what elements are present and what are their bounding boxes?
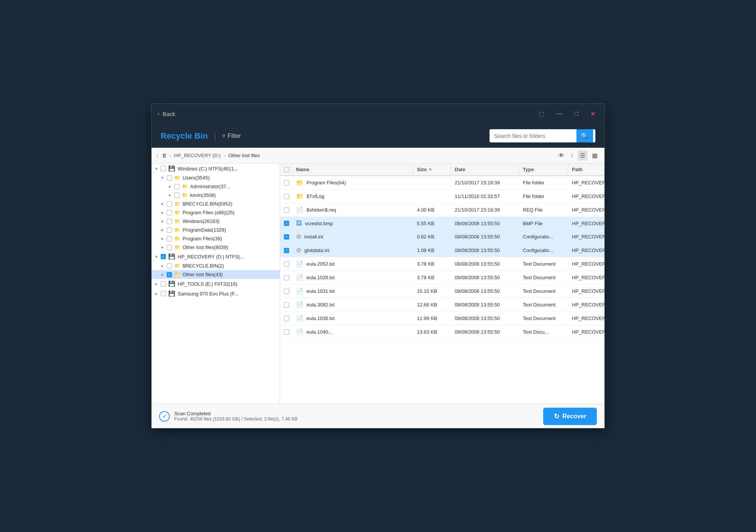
table-row[interactable]: 📄 eula.1036.txt 11.99 KB 08/08/2008 13:5…: [280, 312, 604, 325]
sidebar-item-pf[interactable]: ► 📁 Program Files(39): [152, 234, 280, 243]
row-check[interactable]: [284, 207, 289, 213]
table-row[interactable]: 📁 $TxfLog 11/11/2016 01:32:57 File folde…: [280, 190, 604, 203]
table-row[interactable]: 📁 Program Files(64) 21/10/2017 23:19:39 …: [280, 176, 604, 190]
tree-check[interactable]: ✓: [161, 254, 166, 259]
row-check[interactable]: ✓: [284, 248, 289, 253]
sidebar-item-other-lost-d[interactable]: ► ✓ 📁 Other lost files(43): [152, 270, 280, 279]
back-label[interactable]: Back: [163, 111, 175, 117]
row-check[interactable]: ✓: [284, 234, 289, 240]
table-row[interactable]: 📄 eula.1028.txt 3.78 KB 08/08/2008 13:55…: [280, 271, 604, 285]
sidebar-item-samsung[interactable]: ► 💾 Samsung 970 Evo Plus (F...: [152, 289, 280, 298]
col-type[interactable]: Type: [519, 164, 568, 175]
view-list-button[interactable]: ☰: [578, 150, 587, 161]
tree-check[interactable]: [167, 210, 172, 215]
row-check[interactable]: [284, 194, 289, 199]
row-check-cell[interactable]: [280, 325, 292, 339]
row-check[interactable]: [284, 275, 289, 280]
sidebar-item-recycle-d[interactable]: ► 📁 $RECYCLE.BIN(2): [152, 261, 280, 270]
breadcrumb-drive[interactable]: HP_RECOVERY (D:): [174, 153, 221, 158]
sidebar-item-recycle-c[interactable]: ► 📁 $RECYCLE.BIN(6952): [152, 200, 280, 208]
expand-icon: ▼: [155, 167, 159, 171]
table-row[interactable]: ✓ ⚙ install.ini 0.82 KB 08/08/2008 13:55…: [280, 230, 604, 244]
row-check[interactable]: [284, 261, 289, 267]
row-check-cell[interactable]: [280, 257, 292, 271]
table-row[interactable]: ✓ 🖼 vcredist.bmp 5.55 KB 08/08/2008 13:5…: [280, 217, 604, 230]
sidebar-item-windows-c[interactable]: ▼ 💾 Windows (C:) NTFS(4611...: [152, 164, 280, 173]
restore-icon[interactable]: ⬚: [536, 109, 547, 119]
view-detail-button[interactable]: ▦: [590, 150, 600, 161]
search-button[interactable]: 🔍: [576, 129, 593, 142]
status-left: ✓ Scan Completed Found: 46258 files (103…: [159, 411, 297, 422]
tree-check[interactable]: [174, 184, 180, 189]
sidebar-item-kevin[interactable]: ► 📁 kevin(3508): [152, 191, 280, 200]
minimize-icon[interactable]: ―: [553, 109, 565, 119]
recover-button[interactable]: ↻ Recover: [543, 408, 597, 425]
row-check-cell[interactable]: [280, 190, 292, 203]
filter-button[interactable]: ▿ Filter: [222, 132, 241, 139]
maximize-icon[interactable]: □: [572, 109, 581, 119]
row-check[interactable]: ✓: [284, 221, 289, 226]
row-check-cell[interactable]: [280, 285, 292, 298]
back-arrow-icon[interactable]: ‹: [158, 110, 160, 117]
col-path[interactable]: Path: [568, 164, 604, 175]
breadcrumb-up-icon[interactable]: ↑: [156, 153, 159, 158]
col-date[interactable]: Date: [451, 164, 519, 175]
row-check-cell[interactable]: ✓: [280, 217, 292, 230]
row-check[interactable]: [284, 316, 289, 321]
table-row[interactable]: 📄 eula.1040... 13.63 KB 08/08/2008 13:55…: [280, 325, 604, 339]
col-path-label: Path: [572, 167, 582, 172]
table-row[interactable]: 📄 $shtdwn$.req 4.00 KB 21/10/2017 23:19:…: [280, 203, 604, 217]
sidebar-item-other-lost-c[interactable]: ► 📁 Other lost files(8039): [152, 243, 280, 252]
row-check[interactable]: [284, 302, 289, 308]
header-check[interactable]: [284, 167, 289, 172]
tree-check[interactable]: [167, 227, 172, 233]
table-row[interactable]: 📄 eula.1031.txt 15.10 KB 08/08/2008 13:5…: [280, 285, 604, 298]
tree-check[interactable]: ✓: [167, 272, 172, 277]
breadcrumb-trash-icon[interactable]: 🗑: [162, 153, 167, 158]
view-grid-button[interactable]: ⁝: [569, 150, 575, 161]
file-name: $TxfLog: [307, 193, 324, 199]
table-row[interactable]: ✓ ⚙ globdata.ini 1.08 KB 08/08/2008 13:5…: [280, 244, 604, 257]
sidebar-item-administrator[interactable]: ► 📁 Administrator(37...: [152, 182, 280, 191]
table-row[interactable]: 📄 eula.3082.txt 12.66 KB 08/08/2008 13:5…: [280, 298, 604, 312]
tree-check[interactable]: [167, 201, 172, 207]
sidebar-item-windows-folder[interactable]: ► 📁 Windows(26183): [152, 217, 280, 226]
folder-type-icon: 📁: [296, 193, 304, 200]
tree-check[interactable]: [161, 281, 166, 286]
row-check-cell[interactable]: [280, 176, 292, 189]
row-check[interactable]: [284, 180, 289, 186]
tree-check[interactable]: [167, 219, 172, 224]
view-preview-button[interactable]: 👁: [556, 151, 567, 161]
tree-check[interactable]: [167, 245, 172, 250]
row-check[interactable]: [284, 329, 289, 335]
tree-check[interactable]: [167, 175, 172, 181]
row-type-cell: Text Document: [519, 271, 568, 284]
row-check[interactable]: [284, 289, 289, 294]
row-path-cell: HP_RECOVERY (D:)\...: [568, 312, 604, 325]
search-input[interactable]: [490, 130, 576, 142]
tree-check[interactable]: [167, 263, 172, 269]
tree-check[interactable]: [161, 166, 166, 171]
sidebar-item-hp-recovery[interactable]: ▼ ✓ 💾 HP_RECOVERY (D:) NTFS(...: [152, 252, 280, 261]
sidebar-item-pf-x86[interactable]: ► 📁 Program Files (x86)(25): [152, 208, 280, 217]
row-check-cell[interactable]: [280, 312, 292, 325]
row-check-cell[interactable]: ✓: [280, 244, 292, 257]
col-size[interactable]: Size ▼: [413, 164, 451, 175]
table-row[interactable]: 📄 eula.2052.txt 3.78 KB 08/08/2008 13:55…: [280, 257, 604, 271]
row-check-cell[interactable]: [280, 203, 292, 217]
sidebar-item-programdata[interactable]: ► 📁 ProgramData(1329): [152, 226, 280, 234]
close-icon[interactable]: ✕: [587, 109, 598, 119]
sidebar-item-hp-tools[interactable]: ► 💾 HP_TOOLS (E:) FAT32(18): [152, 279, 280, 289]
col-name[interactable]: Name: [292, 164, 413, 175]
row-check-cell[interactable]: [280, 271, 292, 284]
sidebar-item-users[interactable]: ▼ 📁 Users(3545): [152, 173, 280, 182]
row-check-cell[interactable]: [280, 298, 292, 311]
col-check[interactable]: [280, 164, 292, 175]
row-check-cell[interactable]: ✓: [280, 230, 292, 243]
expand-icon: ►: [161, 210, 165, 215]
row-name-cell: ⚙ globdata.ini: [292, 244, 413, 257]
tree-check[interactable]: [174, 193, 180, 198]
tree-check[interactable]: [161, 291, 166, 296]
tree-check[interactable]: [167, 236, 172, 241]
recycle-bin-title[interactable]: Recycle Bin: [161, 131, 208, 141]
